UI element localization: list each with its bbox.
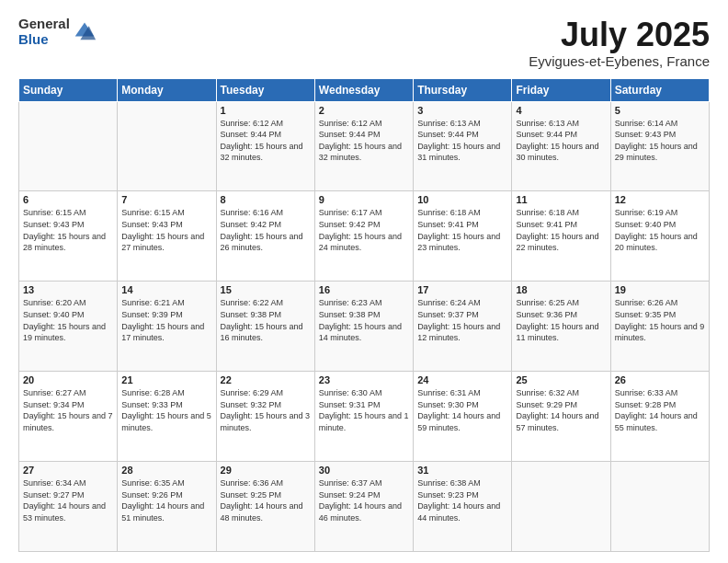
cal-cell: 30Sunrise: 6:37 AM Sunset: 9:24 PM Dayli… xyxy=(314,462,413,552)
day-info: Sunrise: 6:25 AM Sunset: 9:36 PM Dayligh… xyxy=(516,297,606,343)
day-number: 12 xyxy=(615,194,705,205)
day-info: Sunrise: 6:28 AM Sunset: 9:33 PM Dayligh… xyxy=(121,387,211,433)
day-info: Sunrise: 6:23 AM Sunset: 9:38 PM Dayligh… xyxy=(319,297,409,343)
cal-cell xyxy=(610,462,709,552)
cal-cell: 15Sunrise: 6:22 AM Sunset: 9:38 PM Dayli… xyxy=(216,282,314,372)
cal-cell: 26Sunrise: 6:33 AM Sunset: 9:28 PM Dayli… xyxy=(610,372,709,462)
cal-cell: 8Sunrise: 6:16 AM Sunset: 9:42 PM Daylig… xyxy=(216,191,314,282)
weekday-header-tuesday: Tuesday xyxy=(216,78,314,101)
cal-cell: 12Sunrise: 6:19 AM Sunset: 9:40 PM Dayli… xyxy=(610,191,709,282)
day-info: Sunrise: 6:38 AM Sunset: 9:23 PM Dayligh… xyxy=(417,477,507,523)
day-number: 20 xyxy=(23,374,113,385)
day-number: 10 xyxy=(417,194,507,205)
day-number: 19 xyxy=(615,284,705,295)
week-row-4: 20Sunrise: 6:27 AM Sunset: 9:34 PM Dayli… xyxy=(19,372,710,462)
day-number: 23 xyxy=(319,374,409,385)
day-number: 13 xyxy=(23,284,113,295)
day-info: Sunrise: 6:26 AM Sunset: 9:35 PM Dayligh… xyxy=(615,297,705,343)
day-info: Sunrise: 6:15 AM Sunset: 9:43 PM Dayligh… xyxy=(121,207,211,253)
weekday-header-sunday: Sunday xyxy=(19,78,118,101)
logo: General Blue xyxy=(18,17,97,47)
cal-cell: 4Sunrise: 6:13 AM Sunset: 9:44 PM Daylig… xyxy=(512,101,610,191)
cal-cell: 21Sunrise: 6:28 AM Sunset: 9:33 PM Dayli… xyxy=(118,372,216,462)
cal-cell: 23Sunrise: 6:30 AM Sunset: 9:31 PM Dayli… xyxy=(314,372,413,462)
day-info: Sunrise: 6:36 AM Sunset: 9:25 PM Dayligh… xyxy=(221,477,311,523)
header: General Blue July 2025 Eyvigues-et-Eyben… xyxy=(18,17,710,69)
cal-cell: 16Sunrise: 6:23 AM Sunset: 9:38 PM Dayli… xyxy=(314,282,413,372)
day-info: Sunrise: 6:22 AM Sunset: 9:38 PM Dayligh… xyxy=(221,297,311,343)
day-number: 15 xyxy=(221,284,311,295)
day-number: 22 xyxy=(221,374,311,385)
weekday-header-friday: Friday xyxy=(512,78,610,101)
week-row-2: 6Sunrise: 6:15 AM Sunset: 9:43 PM Daylig… xyxy=(19,191,710,282)
cal-cell: 31Sunrise: 6:38 AM Sunset: 9:23 PM Dayli… xyxy=(414,462,512,552)
day-number: 2 xyxy=(319,105,409,116)
day-info: Sunrise: 6:34 AM Sunset: 9:27 PM Dayligh… xyxy=(23,477,113,523)
cal-cell: 13Sunrise: 6:20 AM Sunset: 9:40 PM Dayli… xyxy=(19,282,118,372)
week-row-3: 13Sunrise: 6:20 AM Sunset: 9:40 PM Dayli… xyxy=(19,282,710,372)
cal-cell: 18Sunrise: 6:25 AM Sunset: 9:36 PM Dayli… xyxy=(512,282,610,372)
day-number: 29 xyxy=(221,465,311,476)
day-number: 8 xyxy=(221,194,311,205)
day-number: 7 xyxy=(121,194,211,205)
weekday-header-row: SundayMondayTuesdayWednesdayThursdayFrid… xyxy=(19,78,710,101)
day-number: 26 xyxy=(615,374,705,385)
weekday-header-wednesday: Wednesday xyxy=(314,78,413,101)
day-info: Sunrise: 6:32 AM Sunset: 9:29 PM Dayligh… xyxy=(516,387,606,433)
cal-cell: 27Sunrise: 6:34 AM Sunset: 9:27 PM Dayli… xyxy=(19,462,118,552)
cal-cell: 20Sunrise: 6:27 AM Sunset: 9:34 PM Dayli… xyxy=(19,372,118,462)
day-info: Sunrise: 6:37 AM Sunset: 9:24 PM Dayligh… xyxy=(319,477,409,523)
day-info: Sunrise: 6:30 AM Sunset: 9:31 PM Dayligh… xyxy=(319,387,409,433)
day-info: Sunrise: 6:27 AM Sunset: 9:34 PM Dayligh… xyxy=(23,387,113,433)
cal-cell xyxy=(118,101,216,191)
cal-cell: 29Sunrise: 6:36 AM Sunset: 9:25 PM Dayli… xyxy=(216,462,314,552)
cal-cell: 28Sunrise: 6:35 AM Sunset: 9:26 PM Dayli… xyxy=(118,462,216,552)
day-info: Sunrise: 6:16 AM Sunset: 9:42 PM Dayligh… xyxy=(221,207,311,253)
day-info: Sunrise: 6:33 AM Sunset: 9:28 PM Dayligh… xyxy=(615,387,705,433)
day-number: 28 xyxy=(121,465,211,476)
week-row-5: 27Sunrise: 6:34 AM Sunset: 9:27 PM Dayli… xyxy=(19,462,710,552)
day-info: Sunrise: 6:35 AM Sunset: 9:26 PM Dayligh… xyxy=(121,477,211,523)
logo-icon xyxy=(72,17,97,43)
day-info: Sunrise: 6:13 AM Sunset: 9:44 PM Dayligh… xyxy=(516,118,606,164)
day-number: 11 xyxy=(516,194,606,205)
cal-cell: 2Sunrise: 6:12 AM Sunset: 9:44 PM Daylig… xyxy=(314,101,413,191)
cal-cell: 14Sunrise: 6:21 AM Sunset: 9:39 PM Dayli… xyxy=(118,282,216,372)
cal-cell: 7Sunrise: 6:15 AM Sunset: 9:43 PM Daylig… xyxy=(118,191,216,282)
logo-text: General Blue xyxy=(18,17,70,47)
cal-cell: 3Sunrise: 6:13 AM Sunset: 9:44 PM Daylig… xyxy=(414,101,512,191)
cal-cell: 17Sunrise: 6:24 AM Sunset: 9:37 PM Dayli… xyxy=(414,282,512,372)
day-number: 25 xyxy=(516,374,606,385)
day-info: Sunrise: 6:15 AM Sunset: 9:43 PM Dayligh… xyxy=(23,207,113,253)
weekday-header-saturday: Saturday xyxy=(610,78,709,101)
day-info: Sunrise: 6:12 AM Sunset: 9:44 PM Dayligh… xyxy=(221,118,311,164)
day-info: Sunrise: 6:14 AM Sunset: 9:43 PM Dayligh… xyxy=(615,118,705,164)
day-info: Sunrise: 6:31 AM Sunset: 9:30 PM Dayligh… xyxy=(417,387,507,433)
day-info: Sunrise: 6:17 AM Sunset: 9:42 PM Dayligh… xyxy=(319,207,409,253)
cal-cell: 25Sunrise: 6:32 AM Sunset: 9:29 PM Dayli… xyxy=(512,372,610,462)
day-info: Sunrise: 6:20 AM Sunset: 9:40 PM Dayligh… xyxy=(23,297,113,343)
location-title: Eyvigues-et-Eybenes, France xyxy=(529,53,710,69)
cal-cell: 19Sunrise: 6:26 AM Sunset: 9:35 PM Dayli… xyxy=(610,282,709,372)
week-row-1: 1Sunrise: 6:12 AM Sunset: 9:44 PM Daylig… xyxy=(19,101,710,191)
day-number: 17 xyxy=(417,284,507,295)
day-info: Sunrise: 6:18 AM Sunset: 9:41 PM Dayligh… xyxy=(516,207,606,253)
cal-cell: 6Sunrise: 6:15 AM Sunset: 9:43 PM Daylig… xyxy=(19,191,118,282)
cal-cell: 10Sunrise: 6:18 AM Sunset: 9:41 PM Dayli… xyxy=(414,191,512,282)
cal-cell: 9Sunrise: 6:17 AM Sunset: 9:42 PM Daylig… xyxy=(314,191,413,282)
day-number: 5 xyxy=(615,105,705,116)
day-info: Sunrise: 6:18 AM Sunset: 9:41 PM Dayligh… xyxy=(417,207,507,253)
page: General Blue July 2025 Eyvigues-et-Eyben… xyxy=(0,0,728,563)
day-number: 27 xyxy=(23,465,113,476)
day-number: 30 xyxy=(319,465,409,476)
day-info: Sunrise: 6:24 AM Sunset: 9:37 PM Dayligh… xyxy=(417,297,507,343)
day-number: 31 xyxy=(417,465,507,476)
day-number: 3 xyxy=(417,105,507,116)
day-number: 16 xyxy=(319,284,409,295)
day-info: Sunrise: 6:19 AM Sunset: 9:40 PM Dayligh… xyxy=(615,207,705,253)
logo-general: General xyxy=(18,17,70,32)
day-number: 18 xyxy=(516,284,606,295)
cal-cell: 5Sunrise: 6:14 AM Sunset: 9:43 PM Daylig… xyxy=(610,101,709,191)
cal-cell: 24Sunrise: 6:31 AM Sunset: 9:30 PM Dayli… xyxy=(414,372,512,462)
weekday-header-monday: Monday xyxy=(118,78,216,101)
